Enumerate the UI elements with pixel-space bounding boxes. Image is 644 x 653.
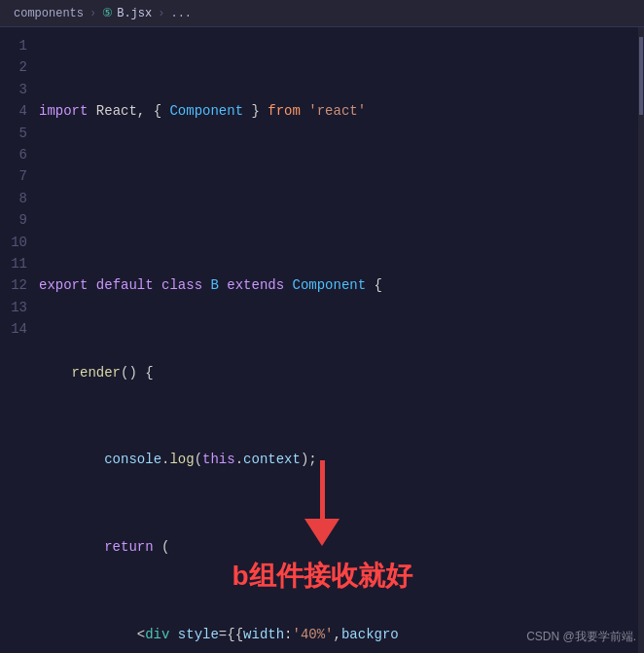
breadcrumb-ellipsis: ... bbox=[170, 7, 192, 20]
breadcrumb-components: components bbox=[14, 7, 84, 20]
editor-container: components › ⑤ B.jsx › ... 1 2 3 4 5 6 7… bbox=[0, 0, 644, 653]
breadcrumb-file-icon: ⑤ bbox=[102, 6, 113, 20]
code-area: 1 2 3 4 5 6 7 8 9 10 11 12 13 14 import … bbox=[0, 27, 644, 653]
tab-breadcrumb: components › ⑤ B.jsx › ... bbox=[8, 4, 197, 22]
watermark: CSDN @我要学前端. bbox=[526, 629, 636, 645]
breadcrumb-filename: B.jsx bbox=[117, 7, 152, 20]
line-numbers: 1 2 3 4 5 6 7 8 9 10 11 12 13 14 bbox=[0, 27, 35, 653]
code-line-1: import React, { Component } from 'react' bbox=[35, 100, 644, 122]
code-line-6: return ( bbox=[35, 536, 644, 558]
code-line-5: console.log(this.context); bbox=[35, 449, 644, 470]
tab-bar: components › ⑤ B.jsx › ... bbox=[0, 0, 644, 27]
code-line-2 bbox=[35, 188, 644, 209]
code-content: import React, { Component } from 'react'… bbox=[35, 27, 644, 653]
scrollbar[interactable] bbox=[638, 27, 644, 653]
code-line-3: export default class B extends Component… bbox=[35, 274, 644, 296]
code-line-4: render() { bbox=[35, 362, 644, 383]
scroll-thumb bbox=[639, 37, 643, 115]
